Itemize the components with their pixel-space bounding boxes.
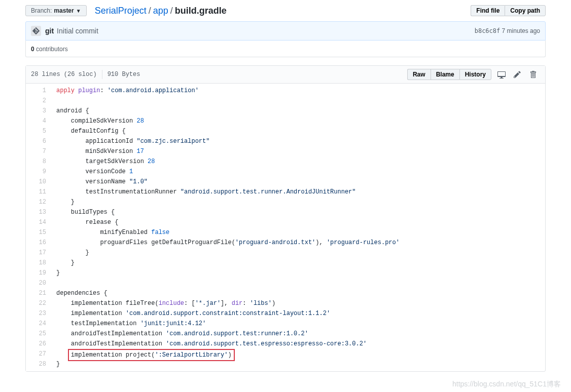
contributors-link[interactable]: 0 contributors (31, 46, 68, 53)
line-number[interactable]: 25 (26, 329, 46, 339)
trash-icon[interactable] (528, 68, 540, 81)
line-number[interactable]: 16 (26, 238, 46, 248)
breadcrumb-current: build.gradle (175, 6, 227, 16)
line-numbers: 1234567891011121314151617181920212223242… (26, 84, 51, 371)
blame-button[interactable]: Blame (431, 69, 459, 80)
contributors-box: 0 contributors (25, 41, 546, 57)
commit-tease: git Initial commit b8c6c8f 7 minutes ago (25, 21, 546, 41)
pencil-icon[interactable] (512, 68, 524, 81)
line-number[interactable]: 10 (26, 177, 46, 187)
line-number[interactable]: 22 (26, 298, 46, 308)
file-header: 28 lines (26 sloc) 910 Bytes Raw Blame H… (26, 66, 545, 84)
code-line (51, 96, 545, 106)
code-line: } (51, 197, 545, 207)
line-number[interactable]: 13 (26, 207, 46, 217)
branch-select-button[interactable]: Branch: master ▼ (25, 5, 87, 16)
find-file-button[interactable]: Find file (471, 5, 505, 16)
line-number[interactable]: 18 (26, 258, 46, 268)
code-lines: apply plugin: 'com.android.application' … (51, 84, 545, 371)
code-line: } (51, 258, 545, 268)
chevron-down-icon: ▼ (76, 8, 81, 14)
breadcrumb-app-link[interactable]: app (153, 6, 168, 16)
code-line: buildTypes { (51, 207, 545, 217)
file-info: 28 lines (26 sloc) 910 Bytes (31, 70, 140, 79)
file-lines: 28 lines (26 sloc) (31, 71, 97, 78)
code-line: compileSdkVersion 28 (51, 116, 545, 126)
code-line: release { (51, 217, 545, 227)
file-nav-buttons: Find file Copy path (471, 5, 546, 16)
line-number[interactable]: 19 (26, 268, 46, 278)
line-number[interactable]: 9 (26, 167, 46, 177)
code-line: } (51, 248, 545, 258)
avatar (31, 26, 41, 36)
code-line: androidTestImplementation 'com.android.s… (51, 329, 545, 339)
line-number[interactable]: 1 (26, 86, 46, 96)
line-number[interactable]: 23 (26, 308, 46, 319)
code-line: testImplementation 'junit:junit:4.12' (51, 319, 545, 329)
code-line: } (51, 268, 545, 278)
breadcrumb-root-link[interactable]: SerialProject (95, 6, 147, 16)
divider (102, 70, 102, 79)
code-line: applicationId "com.zjc.serialport" (51, 136, 545, 146)
code-line: minifyEnabled false (51, 227, 545, 238)
line-number[interactable]: 7 (26, 146, 46, 156)
code-line: minSdkVersion 17 (51, 146, 545, 156)
code-line: testInstrumentationRunner "android.suppo… (51, 187, 545, 197)
code-line: proguardFiles getDefaultProguardFile('pr… (51, 238, 545, 248)
contributors-count: 0 (31, 46, 34, 53)
blob-actions: Raw Blame History (407, 69, 491, 80)
code-line: implementation 'com.android.support.cons… (51, 308, 545, 319)
commit-meta: b8c6c8f 7 minutes ago (475, 27, 540, 34)
line-number[interactable]: 14 (26, 217, 46, 227)
line-number[interactable]: 6 (26, 136, 46, 146)
code-line: implementation project(':SerialportLibra… (51, 349, 545, 359)
code-line: androidTestImplementation 'com.android.s… (51, 339, 545, 349)
file-actions: Raw Blame History (407, 68, 540, 81)
commit-author-section: git Initial commit (31, 26, 98, 36)
branch-label: Branch: (31, 7, 52, 14)
code-line: implementation fileTree(include: ['*.jar… (51, 298, 545, 308)
branch-name: master (54, 7, 74, 14)
line-number[interactable]: 24 (26, 319, 46, 329)
line-number[interactable]: 27 (26, 349, 46, 359)
code-line: versionName "1.0" (51, 177, 545, 187)
commit-author[interactable]: git (45, 27, 54, 35)
line-number[interactable]: 8 (26, 156, 46, 167)
line-number[interactable]: 4 (26, 116, 46, 126)
code-line: targetSdkVersion 28 (51, 156, 545, 167)
raw-button[interactable]: Raw (407, 69, 431, 80)
file-size: 910 Bytes (108, 71, 140, 78)
breadcrumb: SerialProject/app/build.gradle (95, 6, 471, 16)
line-number[interactable]: 11 (26, 187, 46, 197)
commit-sha[interactable]: b8c6c8f (475, 27, 501, 34)
line-number[interactable]: 26 (26, 339, 46, 349)
code-line: apply plugin: 'com.android.application' (51, 86, 545, 96)
file-navigation: Branch: master ▼ SerialProject/app/build… (25, 5, 546, 16)
git-icon (32, 27, 40, 34)
line-number[interactable]: 15 (26, 227, 46, 238)
line-number[interactable]: 12 (26, 197, 46, 207)
line-number[interactable]: 3 (26, 106, 46, 116)
desktop-icon[interactable] (495, 68, 508, 81)
line-number[interactable]: 20 (26, 278, 46, 288)
code-area: 1234567891011121314151617181920212223242… (26, 84, 545, 371)
file-box: 28 lines (26 sloc) 910 Bytes Raw Blame H… (25, 65, 546, 372)
code-line (51, 278, 545, 288)
line-number[interactable]: 5 (26, 126, 46, 136)
line-number[interactable]: 28 (26, 359, 46, 369)
commit-time: 7 minutes ago (502, 27, 540, 34)
history-button[interactable]: History (459, 69, 491, 80)
line-number[interactable]: 17 (26, 248, 46, 258)
code-line: versionCode 1 (51, 167, 545, 177)
code-line: defaultConfig { (51, 126, 545, 136)
copy-path-button[interactable]: Copy path (505, 5, 546, 16)
commit-message[interactable]: Initial commit (57, 27, 98, 35)
contributors-label: contributors (34, 46, 68, 53)
code-line: android { (51, 106, 545, 116)
line-number[interactable]: 2 (26, 96, 46, 106)
code-line: dependencies { (51, 288, 545, 298)
line-number[interactable]: 21 (26, 288, 46, 298)
